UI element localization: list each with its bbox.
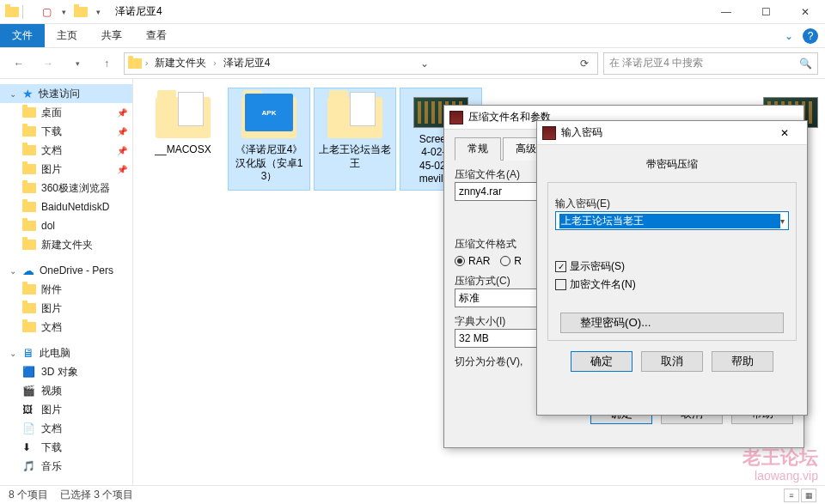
- cloud-icon: ☁: [22, 264, 34, 277]
- library-icon: ⬇: [22, 441, 36, 453]
- dlg2-cancel-button[interactable]: 取消: [641, 351, 703, 372]
- sidebar-item[interactable]: 文档: [0, 318, 132, 337]
- sidebar-item[interactable]: 附件: [0, 280, 132, 299]
- password-dialog: 输入密码 ✕ 带密码压缩 输入密码(E) 上老王论坛当老王 ▾ ✓ 显示密码(S…: [536, 120, 808, 416]
- qat-menu-icon[interactable]: ▾: [91, 5, 105, 19]
- search-placeholder: 在 泽诺尼亚4 中搜索: [609, 56, 703, 70]
- status-item-count: 8 个项目: [9, 488, 48, 502]
- sidebar-item[interactable]: 🎵音乐: [0, 457, 132, 476]
- ribbon-tabs: 文件 主页 共享 查看 ⌄ ?: [0, 24, 825, 48]
- file-item[interactable]: 上老王论坛当老王: [314, 88, 396, 191]
- crumb-sep-0[interactable]: ›: [145, 58, 148, 68]
- thispc-header[interactable]: ⌄🖥 此电脑: [0, 343, 132, 362]
- sidebar-item[interactable]: 图片: [0, 299, 132, 318]
- file-item[interactable]: APK《泽诺尼亚4》汉化版（安卓13）: [228, 88, 310, 191]
- pin-icon: 📌: [117, 165, 127, 174]
- folder-icon: [22, 164, 36, 174]
- folder-icon: [22, 126, 36, 137]
- folder-icon: [22, 221, 36, 231]
- password-input[interactable]: 上老王论坛当老王 ▾: [555, 211, 789, 230]
- qat-props-icon[interactable]: ▢: [40, 5, 53, 19]
- tab-general[interactable]: 常规: [455, 137, 501, 161]
- library-icon: 🟦: [22, 366, 36, 378]
- help-icon[interactable]: ?: [803, 28, 818, 44]
- dlg2-header: 带密码压缩: [547, 152, 797, 177]
- sidebar-item[interactable]: 🟦3D 对象: [0, 362, 132, 381]
- radio-r[interactable]: R: [500, 255, 522, 267]
- address-dropdown-icon[interactable]: ⌄: [415, 58, 434, 70]
- folder-icon: [22, 303, 36, 313]
- show-password-checkbox[interactable]: ✓ 显示密码(S): [555, 259, 789, 274]
- file-label: 上老王论坛当老王: [318, 143, 392, 170]
- sidebar-item[interactable]: 🖼图片: [0, 400, 132, 419]
- back-button[interactable]: ←: [7, 52, 31, 76]
- enter-password-label: 输入密码(E): [555, 197, 789, 211]
- sidebar-item[interactable]: 360极速浏览器: [0, 179, 132, 197]
- home-tab[interactable]: 主页: [45, 24, 89, 47]
- share-tab[interactable]: 共享: [89, 24, 134, 47]
- forward-button[interactable]: →: [36, 52, 60, 76]
- qat-folder-icon: [74, 5, 88, 19]
- thispc-label: 此电脑: [40, 346, 70, 361]
- view-tab[interactable]: 查看: [134, 24, 179, 47]
- sidebar-item[interactable]: dol: [0, 216, 132, 235]
- sidebar-item[interactable]: 🎬视频: [0, 381, 132, 400]
- search-box[interactable]: 在 泽诺尼亚4 中搜索 🔍: [603, 52, 818, 75]
- sidebar-item[interactable]: 📄文档: [0, 419, 132, 438]
- crumb-1[interactable]: 泽诺尼亚4: [220, 53, 274, 74]
- quick-access-header[interactable]: ⌄★ 快速访问: [0, 84, 132, 103]
- qat-dropdown-icon[interactable]: ▾: [57, 5, 70, 19]
- winrar-icon: [449, 111, 463, 124]
- sidebar-item[interactable]: 桌面📌: [0, 103, 132, 122]
- library-icon: 🎬: [22, 385, 36, 397]
- window-controls: — ☐ ✕: [706, 0, 825, 24]
- dlg2-ok-button[interactable]: 确定: [571, 351, 632, 372]
- recent-dropdown[interactable]: ▾: [65, 52, 89, 76]
- view-details-icon[interactable]: ≡: [784, 489, 799, 502]
- folder-icon: [22, 202, 36, 212]
- folder-icon: [22, 183, 36, 193]
- dlg2-titlebar[interactable]: 输入密码 ✕: [537, 121, 807, 145]
- file-item[interactable]: __MACOSX: [142, 88, 224, 191]
- folder-icon: [22, 240, 36, 250]
- maximize-button[interactable]: ☐: [746, 0, 785, 24]
- pc-icon: 🖥: [22, 346, 34, 360]
- close-button[interactable]: ✕: [785, 0, 825, 24]
- address-bar-row: ← → ▾ ↑ › 新建文件夹 › 泽诺尼亚4 ⌄ ⟳ 在 泽诺尼亚4 中搜索 …: [0, 48, 825, 79]
- folder-icon: [156, 97, 211, 138]
- crumb-0[interactable]: 新建文件夹: [151, 53, 210, 74]
- view-large-icon[interactable]: ▦: [801, 489, 816, 502]
- refresh-button[interactable]: ⟳: [575, 58, 594, 70]
- ribbon-expand-icon[interactable]: ⌄: [775, 24, 803, 47]
- dlg2-help-button[interactable]: 帮助: [712, 351, 773, 372]
- onedrive-label: OneDrive - Pers: [40, 264, 113, 276]
- crumb-sep-1[interactable]: ›: [213, 58, 216, 68]
- folder-icon: [22, 284, 36, 295]
- library-icon: 🖼: [22, 404, 36, 416]
- sidebar-item[interactable]: 图片📌: [0, 160, 132, 179]
- file-label: __MACOSX: [155, 143, 211, 157]
- minimize-button[interactable]: —: [706, 0, 746, 24]
- folder-icon: [327, 97, 382, 138]
- encrypt-names-checkbox[interactable]: 加密文件名(N): [555, 277, 789, 292]
- up-button[interactable]: ↑: [95, 52, 119, 76]
- app-icon: [5, 5, 19, 19]
- search-icon[interactable]: 🔍: [799, 58, 812, 70]
- onedrive-header[interactable]: ⌄☁ OneDrive - Pers: [0, 261, 132, 280]
- sidebar-item[interactable]: ⬇下载: [0, 438, 132, 457]
- radio-rar[interactable]: RAR: [455, 255, 490, 267]
- sidebar-item[interactable]: BaiduNetdiskD: [0, 197, 132, 216]
- sidebar-item[interactable]: 新建文件夹: [0, 235, 132, 254]
- sidebar-item[interactable]: 文档📌: [0, 141, 132, 160]
- quick-access-toolbar: ▢ ▾ ▾: [0, 5, 110, 19]
- star-icon: ★: [22, 87, 34, 100]
- address-bar[interactable]: › 新建文件夹 › 泽诺尼亚4 ⌄ ⟳: [124, 52, 598, 75]
- dlg2-close-button[interactable]: ✕: [767, 123, 802, 143]
- sidebar-item[interactable]: 下载📌: [0, 122, 132, 141]
- organize-passwords-button[interactable]: 整理密码(O)...: [560, 313, 784, 333]
- title-bar: ▢ ▾ ▾ 泽诺尼亚4 — ☐ ✕: [0, 0, 825, 24]
- navigation-pane[interactable]: ⌄★ 快速访问 桌面📌下载📌文档📌图片📌360极速浏览器BaiduNetdisk…: [0, 79, 133, 485]
- library-icon: 📄: [22, 422, 36, 434]
- pin-icon: 📌: [117, 146, 127, 155]
- file-tab[interactable]: 文件: [0, 24, 45, 47]
